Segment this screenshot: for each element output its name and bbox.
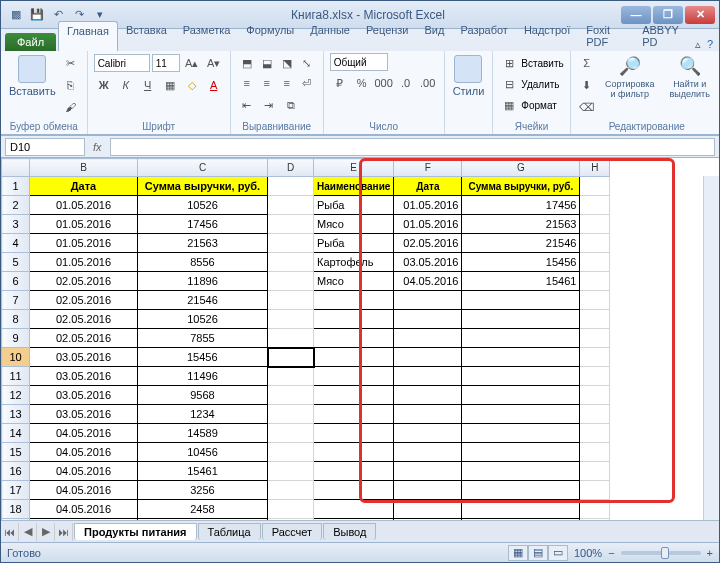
worksheet-grid[interactable]: BCDEFGH1ДатаСумма выручки, руб.Наименова…: [1, 158, 719, 520]
cell-F10[interactable]: [394, 348, 462, 367]
row-header-3[interactable]: 3: [2, 215, 30, 234]
fx-icon[interactable]: fx: [89, 141, 106, 153]
sheet-tab-2[interactable]: Рассчет: [262, 523, 323, 540]
cell-C12[interactable]: 9568: [138, 386, 268, 405]
cell-B7[interactable]: 02.05.2016: [30, 291, 138, 310]
sheet-nav-last[interactable]: ⏭: [55, 523, 73, 541]
cell-D18[interactable]: [268, 500, 314, 519]
cell-D12[interactable]: [268, 386, 314, 405]
cell-B19[interactable]: 05.05.2016: [30, 519, 138, 521]
cell-F4[interactable]: 02.05.2016: [394, 234, 462, 253]
cell-B2[interactable]: 01.05.2016: [30, 196, 138, 215]
cell-F14[interactable]: [394, 424, 462, 443]
cell-C16[interactable]: 15461: [138, 462, 268, 481]
cell-D9[interactable]: [268, 329, 314, 348]
row-header-17[interactable]: 17: [2, 481, 30, 500]
cell-G18[interactable]: [462, 500, 580, 519]
page-layout-view-button[interactable]: ▤: [528, 545, 548, 561]
ribbon-tab-0[interactable]: Главная: [58, 21, 118, 51]
cell-F11[interactable]: [394, 367, 462, 386]
cell-H9[interactable]: [580, 329, 610, 348]
cell-G17[interactable]: [462, 481, 580, 500]
align-center-button[interactable]: ≡: [257, 73, 277, 93]
increase-decimal-button[interactable]: .0: [396, 73, 416, 93]
cell-C13[interactable]: 1234: [138, 405, 268, 424]
cell-D5[interactable]: [268, 253, 314, 272]
clear-button[interactable]: ⌫: [577, 97, 597, 117]
formula-bar[interactable]: [110, 138, 715, 156]
cell-D7[interactable]: [268, 291, 314, 310]
cell-C9[interactable]: 7855: [138, 329, 268, 348]
row-header-4[interactable]: 4: [2, 234, 30, 253]
sheet-tab-0[interactable]: Продукты питания: [74, 523, 197, 540]
comma-button[interactable]: 000: [374, 73, 394, 93]
number-format-select[interactable]: Общий: [330, 53, 388, 71]
cell-H8[interactable]: [580, 310, 610, 329]
cell-B13[interactable]: 03.05.2016: [30, 405, 138, 424]
cell-F17[interactable]: [394, 481, 462, 500]
ribbon-tab-8[interactable]: Надстрої: [516, 21, 578, 51]
cell-H5[interactable]: [580, 253, 610, 272]
col-header-F[interactable]: F: [394, 159, 462, 177]
italic-button[interactable]: К: [116, 75, 136, 95]
cell-G13[interactable]: [462, 405, 580, 424]
row-header-2[interactable]: 2: [2, 196, 30, 215]
cell-G15[interactable]: [462, 443, 580, 462]
row-header-11[interactable]: 11: [2, 367, 30, 386]
row-header-14[interactable]: 14: [2, 424, 30, 443]
cell-F6[interactable]: 04.05.2016: [394, 272, 462, 291]
cell-H1[interactable]: [580, 177, 610, 196]
percent-button[interactable]: %: [352, 73, 372, 93]
cell-C3[interactable]: 17456: [138, 215, 268, 234]
cell-F19[interactable]: [394, 519, 462, 521]
sheet-tab-1[interactable]: Таблица: [198, 523, 261, 540]
cell-B9[interactable]: 02.05.2016: [30, 329, 138, 348]
cell-B1[interactable]: Дата: [30, 177, 138, 196]
sheet-nav-prev[interactable]: ◀: [19, 523, 37, 541]
currency-button[interactable]: ₽: [330, 73, 350, 93]
col-header-G[interactable]: G: [462, 159, 580, 177]
cell-H14[interactable]: [580, 424, 610, 443]
align-top-button[interactable]: ⬒: [237, 53, 257, 73]
cell-E13[interactable]: [314, 405, 394, 424]
cell-G3[interactable]: 21563: [462, 215, 580, 234]
cell-C10[interactable]: 15456: [138, 348, 268, 367]
cell-B16[interactable]: 04.05.2016: [30, 462, 138, 481]
cell-G7[interactable]: [462, 291, 580, 310]
row-header-1[interactable]: 1: [2, 177, 30, 196]
cell-H17[interactable]: [580, 481, 610, 500]
cell-D2[interactable]: [268, 196, 314, 215]
row-header-6[interactable]: 6: [2, 272, 30, 291]
cell-B11[interactable]: 03.05.2016: [30, 367, 138, 386]
save-button[interactable]: 💾: [28, 6, 46, 24]
cell-D11[interactable]: [268, 367, 314, 386]
cell-E15[interactable]: [314, 443, 394, 462]
cell-G2[interactable]: 17456: [462, 196, 580, 215]
cell-G16[interactable]: [462, 462, 580, 481]
cell-F7[interactable]: [394, 291, 462, 310]
cell-C17[interactable]: 3256: [138, 481, 268, 500]
cell-D13[interactable]: [268, 405, 314, 424]
cell-B3[interactable]: 01.05.2016: [30, 215, 138, 234]
row-header-18[interactable]: 18: [2, 500, 30, 519]
ribbon-tab-7[interactable]: Разработ: [452, 21, 515, 51]
copy-button[interactable]: ⎘: [61, 75, 81, 95]
border-button[interactable]: ▦: [160, 75, 180, 95]
cell-G12[interactable]: [462, 386, 580, 405]
cell-G8[interactable]: [462, 310, 580, 329]
cell-C8[interactable]: 10526: [138, 310, 268, 329]
ribbon-tab-9[interactable]: Foxit PDF: [578, 21, 634, 51]
cell-B12[interactable]: 03.05.2016: [30, 386, 138, 405]
align-right-button[interactable]: ≡: [277, 73, 297, 93]
cell-E5[interactable]: Картофель: [314, 253, 394, 272]
cell-G10[interactable]: [462, 348, 580, 367]
ribbon-tab-3[interactable]: Формулы: [238, 21, 302, 51]
sheet-nav-first[interactable]: ⏮: [1, 523, 19, 541]
cell-H3[interactable]: [580, 215, 610, 234]
cell-E18[interactable]: [314, 500, 394, 519]
cell-C7[interactable]: 21546: [138, 291, 268, 310]
file-tab[interactable]: Файл: [5, 33, 56, 51]
cell-D1[interactable]: [268, 177, 314, 196]
ribbon-tab-5[interactable]: Рецензи: [358, 21, 417, 51]
vertical-scrollbar[interactable]: [703, 176, 719, 520]
